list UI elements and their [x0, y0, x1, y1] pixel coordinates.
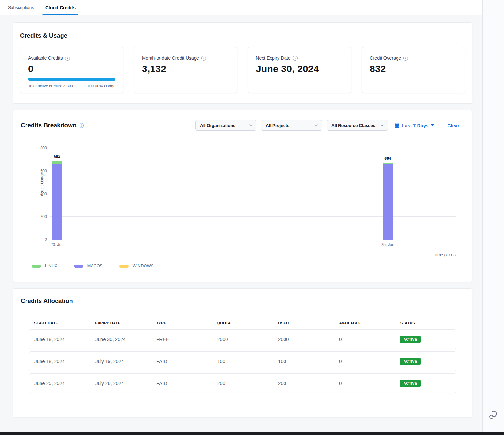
- allocation-table-body: June 18, 2024June 30, 2024FREE200020000A…: [29, 329, 456, 393]
- cell-status: ACTIVE: [395, 358, 456, 365]
- caret-down-icon: [431, 124, 434, 126]
- chart-bar-segment-linux: [52, 161, 62, 164]
- status-badge: ACTIVE: [400, 358, 421, 365]
- chart-bar-segment-macos: [52, 164, 62, 240]
- credits-breakdown-panel: Credits Breakdown i All Organizations Al…: [13, 110, 472, 282]
- cell-type: FREE: [151, 336, 212, 342]
- projects-select-value: All Projects: [266, 123, 289, 128]
- info-icon[interactable]: i: [201, 56, 206, 61]
- cell-used: 100: [273, 358, 334, 364]
- column-header-start-date: START DATE: [29, 321, 90, 325]
- progress-fill: [28, 78, 115, 81]
- cell-type: PAID: [151, 358, 212, 364]
- column-header-used: USED: [273, 321, 334, 325]
- chevron-down-icon: [315, 124, 318, 127]
- cell-expiry-date: July 19, 2024: [90, 358, 151, 364]
- organizations-select-value: All Organizations: [200, 123, 235, 128]
- legend-swatch: [74, 265, 83, 268]
- chart-plot: Credit Usage 020040060080068220. Jun6642…: [50, 148, 456, 240]
- allocation-table-header: START DATEEXPIRY DATETYPEQUOTAUSEDAVAILA…: [29, 321, 456, 329]
- column-header-available: AVAILABLE: [334, 321, 395, 325]
- cell-used: 2000: [273, 336, 334, 342]
- credit-usage-chart: Credit Usage 020040060080068220. Jun6642…: [21, 148, 464, 268]
- chart-gridline: [50, 216, 456, 217]
- calendar-icon: [394, 123, 400, 128]
- tab-subscriptions[interactable]: Subscriptions: [7, 0, 35, 15]
- legend-label: LINUX: [45, 264, 57, 268]
- cell-quota: 2000: [212, 336, 273, 342]
- chart-bar-25-jun: 664: [383, 163, 393, 240]
- credit-usage-progress-bar: [28, 78, 115, 81]
- info-icon[interactable]: i: [293, 56, 298, 61]
- date-range-value: Last 7 Days: [402, 123, 428, 128]
- breakdown-filters: All Organizations All Projects All Resou…: [195, 120, 464, 131]
- clear-filters-link[interactable]: Clear: [447, 123, 459, 128]
- stat-card-credit-overage: Credit Overagei832: [362, 47, 465, 93]
- chart-y-tick-label: 600: [40, 169, 47, 173]
- cell-expiry-date: July 26, 2024: [90, 380, 151, 386]
- resource-classes-select-value: All Resource Classes: [331, 123, 375, 128]
- cell-available: 0: [334, 380, 395, 386]
- legend-label: WINDOWS: [133, 264, 154, 268]
- chart-legend: LINUXMACOSWINDOWS: [32, 264, 464, 268]
- stat-card-label: Month-to-date Credit Usagei: [142, 55, 229, 61]
- credits-allocation-panel: Credits Allocation START DATEEXPIRY DATE…: [13, 288, 472, 417]
- legend-item-linux[interactable]: LINUX: [32, 264, 57, 268]
- table-row: June 18, 2024June 30, 2024FREE200020000A…: [29, 329, 456, 349]
- main-content: Subscriptions Cloud Credits Credits & Us…: [0, 0, 483, 432]
- feedback-chat-icon[interactable]: [489, 411, 498, 420]
- legend-item-windows[interactable]: WINDOWS: [119, 264, 154, 268]
- stat-card-value: 832: [370, 63, 457, 74]
- legend-label: MACOS: [87, 264, 103, 268]
- breakdown-info-icon[interactable]: i: [79, 123, 84, 128]
- chart-gridline: [50, 171, 456, 171]
- stat-card-value: 3,132: [142, 63, 229, 74]
- chart-y-tick-label: 0: [45, 237, 47, 242]
- stat-cards: Available Creditsi0Total active credits:…: [20, 47, 465, 93]
- column-header-type: TYPE: [151, 321, 212, 325]
- legend-swatch: [32, 265, 41, 268]
- cell-start-date: June 25, 2024: [29, 380, 90, 386]
- tab-bar: Subscriptions Cloud Credits: [0, 0, 482, 15]
- chart-x-tick-label: 25. Jun: [381, 242, 394, 247]
- stat-card-label: Next Expiry Datei: [256, 55, 343, 61]
- resource-classes-select[interactable]: All Resource Classes: [327, 120, 388, 131]
- chevron-down-icon: [249, 124, 252, 127]
- chart-x-axis-title: Time (UTC): [21, 253, 456, 257]
- chart-x-tick-mark: [388, 240, 388, 241]
- stat-card-footer: Total active credits: 2,300100.00% Usage: [28, 84, 115, 88]
- cell-available: 0: [334, 336, 395, 342]
- usage-percent-label: 100.00% Usage: [87, 84, 115, 88]
- stat-card-label: Available Creditsi: [28, 55, 115, 61]
- chart-y-tick-label: 200: [40, 214, 47, 219]
- stat-card-value: June 30, 2024: [256, 63, 343, 74]
- chart-gridline: [50, 148, 456, 148]
- projects-select[interactable]: All Projects: [261, 120, 322, 131]
- column-header-expiry-date: EXPIRY DATE: [90, 321, 151, 325]
- chart-gridline: [50, 194, 456, 194]
- stat-card-label: Credit Overagei: [370, 55, 457, 61]
- tab-cloud-credits[interactable]: Cloud Credits: [44, 0, 77, 15]
- stat-card-value: 0: [28, 63, 115, 74]
- chart-bar-segment-macos: [383, 164, 393, 240]
- legend-item-macos[interactable]: MACOS: [74, 264, 103, 268]
- credits-breakdown-title: Credits Breakdown: [21, 122, 77, 129]
- chart-x-tick-mark: [57, 240, 57, 241]
- info-icon[interactable]: i: [65, 56, 70, 61]
- chart-y-tick-label: 800: [40, 146, 47, 150]
- chart-y-tick-label: 400: [40, 192, 47, 196]
- credits-usage-panel: Credits & Usage Available Creditsi0Total…: [13, 22, 472, 104]
- chart-bar-20-jun: 682: [52, 161, 62, 240]
- chevron-down-icon: [381, 124, 384, 127]
- column-header-status: STATUS: [395, 321, 456, 325]
- info-icon[interactable]: i: [403, 56, 408, 61]
- organizations-select[interactable]: All Organizations: [195, 120, 256, 131]
- cell-start-date: June 18, 2024: [29, 358, 90, 364]
- credits-usage-title: Credits & Usage: [20, 32, 465, 39]
- allocation-table: START DATEEXPIRY DATETYPEQUOTAUSEDAVAILA…: [29, 321, 456, 393]
- cell-available: 0: [334, 358, 395, 364]
- cell-quota: 200: [212, 380, 273, 386]
- total-active-credits-label: Total active credits: 2,300: [28, 84, 73, 88]
- date-range-picker[interactable]: Last 7 Days: [394, 123, 434, 128]
- window-bottom-edge: [0, 432, 504, 435]
